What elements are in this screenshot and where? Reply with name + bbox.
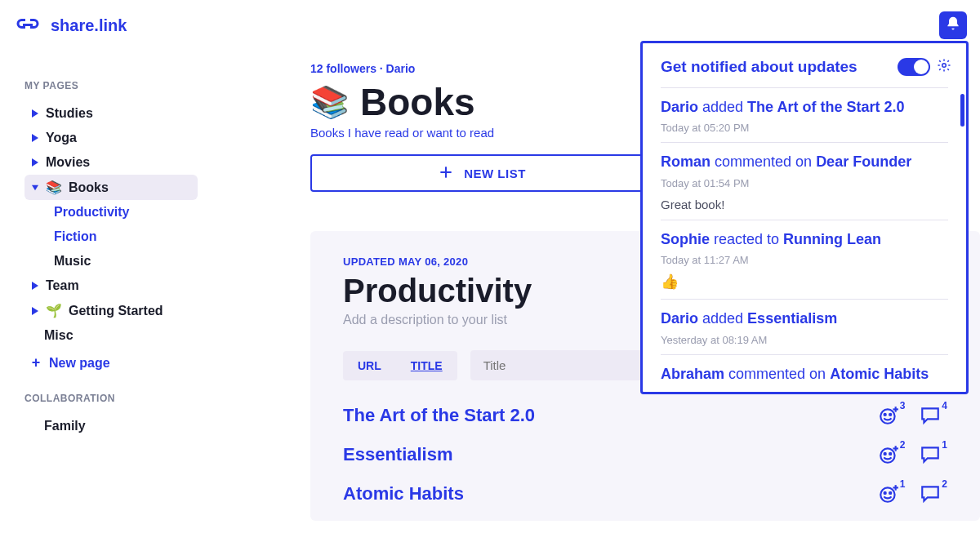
notif-target: Essentialism	[747, 310, 837, 327]
comment-button[interactable]: 2	[920, 483, 947, 504]
comment-count: 1	[942, 439, 947, 451]
sidebar-item-yoga[interactable]: Yoga	[24, 126, 198, 150]
sidebar-item-getting-started[interactable]: 🌱 Getting Started	[24, 298, 198, 323]
sidebar-section-mypages: MY PAGES	[24, 80, 198, 91]
notif-time: Today at 11:27 AM	[661, 254, 948, 266]
svg-point-4	[889, 414, 891, 416]
svg-point-2	[880, 409, 894, 423]
plus-icon	[438, 164, 454, 183]
chevron-right-icon	[31, 109, 39, 118]
notif-time: Today at 05:20 PM	[661, 122, 948, 134]
comment-count: 4	[942, 400, 947, 411]
notif-verb: reacted to	[714, 231, 779, 247]
sidebar-item-books[interactable]: 📚 Books	[24, 175, 198, 200]
link-icon	[13, 15, 42, 36]
sidebar-item-misc[interactable]: Misc	[24, 323, 198, 348]
list-item-title: Atomic Habits	[343, 483, 464, 504]
reaction-button[interactable]: 1	[878, 483, 906, 504]
notifications-title: Get notified about updates	[661, 58, 858, 76]
notification-item[interactable]: Abraham commented on Atomic Habits	[661, 354, 948, 392]
svg-point-13	[884, 492, 885, 494]
svg-point-12	[880, 487, 894, 501]
notif-target: The Art of the Start 2.0	[747, 99, 904, 115]
reaction-button[interactable]: 2	[878, 444, 906, 465]
notif-actor: Sophie	[661, 231, 710, 247]
sidebar-item-label: Movies	[46, 155, 90, 170]
sidebar-item-label: Getting Started	[69, 304, 163, 318]
comment-button[interactable]: 4	[920, 405, 947, 426]
svg-point-17	[942, 64, 947, 68]
notif-verb: added	[702, 99, 743, 115]
chevron-right-icon	[31, 158, 39, 167]
comment-count: 2	[942, 478, 947, 490]
list-item[interactable]: Essentialism 2 1	[343, 444, 947, 465]
notification-item[interactable]: Dario added Essentialism Yesterday at 08…	[661, 299, 948, 353]
sidebar-item-label: Family	[44, 419, 86, 433]
comment-button[interactable]: 1	[920, 444, 947, 465]
notification-item[interactable]: Roman commented on Dear Founder Today at…	[661, 142, 948, 219]
svg-point-14	[889, 492, 891, 494]
notif-time: Today at 01:54 PM	[661, 177, 948, 189]
notif-target: Running Lean	[783, 231, 881, 247]
chevron-right-icon	[31, 307, 39, 315]
notifications-toggle[interactable]	[898, 58, 930, 76]
notif-actor: Roman	[661, 153, 710, 170]
list-item[interactable]: Atomic Habits 1 2	[343, 483, 947, 504]
scrollbar[interactable]	[960, 94, 964, 127]
reaction-count: 1	[900, 478, 906, 490]
bell-icon	[945, 16, 961, 35]
page-title: Books	[360, 80, 475, 124]
list-item[interactable]: The Art of the Start 2.0 3 4	[343, 405, 947, 426]
sidebar-item-label: Productivity	[54, 205, 129, 220]
reaction-count: 2	[900, 439, 906, 451]
app-logo[interactable]: share.link	[13, 15, 127, 36]
sidebar-item-label: Music	[54, 254, 91, 269]
notif-target: Atomic Habits	[830, 366, 929, 382]
notification-item[interactable]: Dario added The Art of the Start 2.0 Tod…	[661, 87, 948, 142]
reaction-button[interactable]: 3	[878, 405, 906, 426]
list-item-title: Essentialism	[343, 444, 453, 465]
notif-verb: commented on	[728, 366, 826, 382]
notif-target: Dear Founder	[816, 153, 911, 170]
new-list-label: NEW LIST	[464, 167, 526, 180]
sidebar-item-label: Studies	[46, 106, 93, 121]
svg-point-8	[884, 453, 885, 455]
sort-tabs: URL TITLE	[343, 351, 457, 380]
sidebar-section-collaboration: COLLABORATION	[24, 393, 198, 404]
sidebar-item-label: Books	[69, 180, 109, 195]
sidebar-item-team[interactable]: Team	[24, 273, 198, 298]
page-icon: 📚	[310, 84, 349, 120]
sidebar-item-movies[interactable]: Movies	[24, 150, 198, 175]
app-name: share.link	[51, 16, 127, 35]
sidebar-item-studies[interactable]: Studies	[24, 101, 198, 126]
new-page-label: New page	[49, 356, 110, 371]
svg-point-7	[880, 448, 894, 462]
sidebar-item-label: Fiction	[54, 229, 96, 244]
new-page-button[interactable]: + New page	[24, 348, 198, 378]
sprout-icon: 🌱	[46, 303, 62, 318]
notifications-panel: Get notified about updates Dario added T…	[640, 41, 969, 394]
books-icon: 📚	[46, 180, 62, 195]
svg-point-3	[884, 414, 885, 416]
sidebar-item-fiction[interactable]: Fiction	[24, 224, 198, 249]
new-list-button[interactable]: NEW LIST	[310, 154, 653, 192]
sidebar-item-music[interactable]: Music	[24, 249, 198, 273]
notif-verb: added	[702, 310, 743, 327]
sidebar: MY PAGES Studies Yoga Movies 📚 Books Pro…	[0, 39, 212, 558]
thumbs-up-icon: 👍	[661, 273, 948, 291]
reaction-count: 3	[900, 400, 906, 411]
tab-title[interactable]: TITLE	[396, 351, 457, 380]
svg-point-9	[889, 453, 891, 455]
sidebar-item-productivity[interactable]: Productivity	[24, 200, 198, 224]
notif-body: Great book!	[661, 198, 948, 211]
sidebar-item-label: Team	[46, 278, 79, 293]
notification-item[interactable]: Sophie reacted to Running Lean Today at …	[661, 220, 948, 299]
notif-time: Yesterday at 08:19 AM	[661, 334, 948, 346]
chevron-right-icon	[31, 282, 39, 290]
notif-actor: Abraham	[661, 366, 724, 382]
sidebar-item-family[interactable]: Family	[24, 414, 198, 438]
sidebar-item-label: Misc	[44, 328, 74, 343]
gear-icon[interactable]	[937, 58, 951, 76]
tab-url[interactable]: URL	[343, 351, 396, 380]
notifications-button[interactable]	[939, 11, 967, 39]
